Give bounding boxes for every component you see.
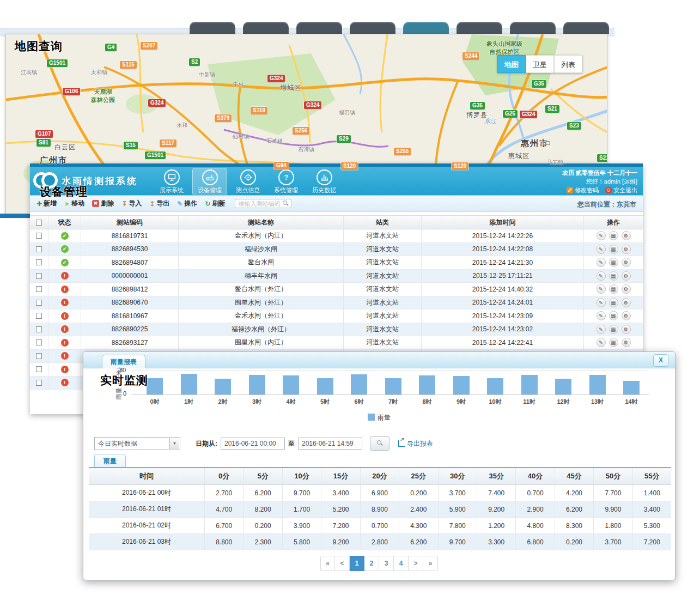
road-badge: S115 — [120, 61, 137, 69]
edit-button[interactable]: ✎ — [596, 311, 606, 320]
row-checkbox[interactable] — [36, 339, 42, 345]
change-password-link[interactable]: 修改密码 — [567, 186, 599, 195]
page-button[interactable]: 2 — [364, 556, 379, 571]
row-checkbox[interactable] — [36, 273, 42, 279]
rain-value-cell: 2.900 — [516, 501, 555, 517]
row-checkbox[interactable] — [36, 300, 42, 306]
export-report-link[interactable]: 导出报表 — [398, 439, 433, 448]
rain-value-cell: 5.800 — [283, 534, 321, 550]
column-header: 操作 — [584, 216, 643, 229]
schedule-button[interactable]: ▦ — [609, 231, 618, 240]
edit-button[interactable]: ✎ — [596, 338, 606, 347]
close-button[interactable]: X — [653, 354, 668, 367]
status-error-icon: ! — [61, 352, 69, 360]
edit-button[interactable]: ✎ — [596, 298, 606, 307]
road-badge: G1501 — [47, 59, 68, 67]
dataset-select[interactable]: 今日实时数据 ▼ — [94, 437, 180, 450]
toolbar-button-操作[interactable]: ✎操作 — [177, 199, 197, 208]
edit-button[interactable]: ✎ — [596, 231, 606, 240]
road-badge: G1501 — [145, 151, 166, 159]
nav-item-历史数据[interactable]: 历史数据 — [307, 168, 342, 196]
map-view-button-地图[interactable]: 地图 — [497, 55, 526, 73]
nav-item-设备管理[interactable]: 设备管理 — [192, 168, 227, 196]
date-to-input[interactable] — [298, 438, 362, 450]
schedule-button[interactable]: ▦ — [609, 258, 618, 267]
query-button[interactable] — [370, 436, 389, 451]
schedule-button[interactable]: ▦ — [609, 271, 618, 281]
search-icon[interactable] — [283, 201, 289, 207]
settings-button[interactable]: ⚙ — [622, 338, 631, 347]
settings-button[interactable]: ⚙ — [622, 258, 631, 267]
toolbar-button-导入[interactable]: ↧导入 — [121, 199, 142, 208]
minute-column-header: 15分 — [321, 468, 360, 484]
logout-link[interactable]: 安全退出 — [605, 186, 637, 195]
toolbar-button-删除[interactable]: ✖删除 — [92, 199, 114, 208]
edit-button[interactable]: ✎ — [596, 325, 606, 334]
schedule-button[interactable]: ▦ — [609, 311, 618, 320]
schedule-button[interactable]: ▦ — [609, 284, 618, 294]
gridline-80 — [131, 371, 649, 371]
schedule-button[interactable]: ▦ — [609, 245, 618, 254]
page-arrow-button[interactable]: > — [409, 556, 423, 571]
row-checkbox[interactable] — [36, 366, 42, 372]
row-checkbox[interactable] — [36, 259, 42, 265]
toolbar-button-移动[interactable]: ➤移动 — [64, 199, 84, 208]
annotation-device-management: 设备管理 — [40, 184, 88, 199]
rain-value-cell: 3.300 — [477, 534, 516, 550]
nav-item-测点信息[interactable]: 测点信息 — [230, 168, 265, 196]
toolbar-button-新增[interactable]: ✚新增 — [36, 199, 57, 208]
rain-value-cell: 0.700 — [516, 485, 555, 501]
edit-button[interactable]: ✎ — [596, 258, 606, 267]
subtab-rain[interactable]: 雨量 — [94, 454, 126, 467]
edit-button[interactable]: ✎ — [596, 271, 606, 281]
station-code-cell: 8826894807 — [81, 256, 179, 269]
settings-button[interactable]: ⚙ — [622, 311, 631, 320]
rain-value-cell: 7.800 — [439, 518, 477, 533]
settings-button[interactable]: ⚙ — [622, 298, 631, 307]
place-label: 石滩镇 — [266, 137, 283, 145]
row-checkbox[interactable] — [36, 313, 42, 319]
row-checkbox[interactable] — [36, 246, 42, 252]
row-select-cell — [30, 256, 48, 269]
toolbar-button-导出[interactable]: ↥导出 — [149, 199, 169, 208]
road-badge: S256 — [293, 127, 309, 135]
pagination: «<1234>» — [83, 556, 675, 571]
row-checkbox[interactable] — [36, 233, 42, 239]
row-checkbox[interactable] — [36, 380, 42, 386]
page-button[interactable]: 3 — [379, 556, 394, 571]
nav-item-展示系统[interactable]: 展示系统 — [154, 168, 189, 196]
page-arrow-button[interactable]: « — [320, 556, 335, 571]
station-code-cell: 8826893127 — [81, 336, 179, 349]
edit-button[interactable]: ✎ — [596, 245, 606, 254]
map-view-button-卫星[interactable]: 卫星 — [526, 55, 554, 73]
row-checkbox[interactable] — [36, 326, 42, 332]
operations-cell: ✎▦⚙ — [584, 270, 643, 283]
settings-button[interactable]: ⚙ — [622, 325, 631, 334]
select-all-checkbox[interactable] — [36, 220, 42, 226]
road-badge: G324 — [148, 99, 166, 107]
page-arrow-button[interactable]: < — [335, 556, 350, 571]
page-arrow-button[interactable]: » — [423, 556, 438, 571]
row-checkbox[interactable] — [36, 353, 42, 359]
column-header: 状态 — [48, 216, 81, 229]
page-button[interactable]: 4 — [394, 556, 409, 571]
date-from-input[interactable] — [221, 438, 285, 450]
page-button[interactable]: 1 — [350, 556, 364, 571]
settings-button[interactable]: ⚙ — [622, 284, 631, 294]
schedule-button[interactable]: ▦ — [609, 338, 618, 347]
schedule-button[interactable]: ▦ — [609, 298, 618, 307]
edit-button[interactable]: ✎ — [596, 284, 606, 294]
svg-text:?: ? — [284, 174, 288, 181]
row-checkbox[interactable] — [36, 286, 42, 292]
help-icon: ? — [278, 169, 294, 185]
operation-buttons: ✎▦⚙ — [596, 245, 631, 254]
nav-item-系统管理[interactable]: ?系统管理 — [269, 168, 303, 196]
schedule-button[interactable]: ▦ — [609, 325, 618, 334]
settings-button[interactable]: ⚙ — [622, 245, 631, 254]
place-label: 江高镇 — [21, 69, 37, 76]
map-view-button-列表[interactable]: 列表 — [554, 55, 582, 73]
station-type-cell: 河道水文站 — [344, 270, 422, 283]
settings-button[interactable]: ⚙ — [622, 231, 631, 240]
settings-button[interactable]: ⚙ — [622, 271, 631, 281]
toolbar-button-刷新[interactable]: ↻刷新 — [205, 199, 225, 208]
